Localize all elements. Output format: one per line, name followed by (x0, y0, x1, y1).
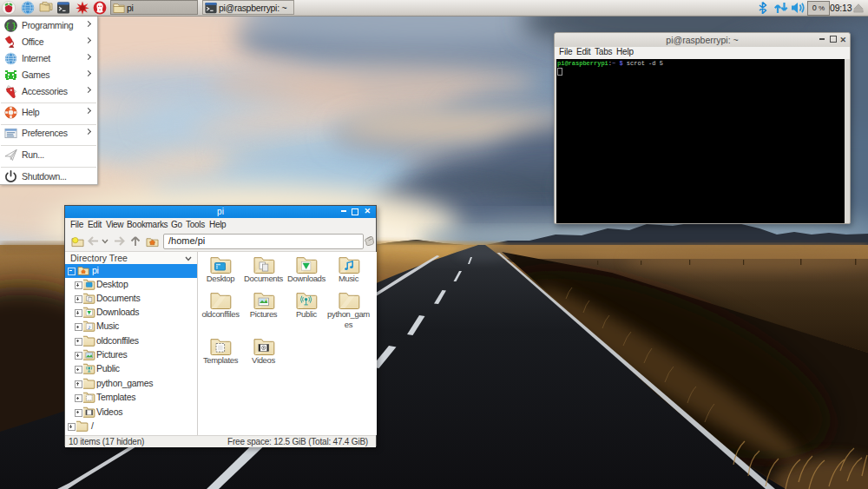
svg-text:♪: ♪ (88, 323, 90, 331)
svg-text:{ }: { } (5, 23, 16, 31)
